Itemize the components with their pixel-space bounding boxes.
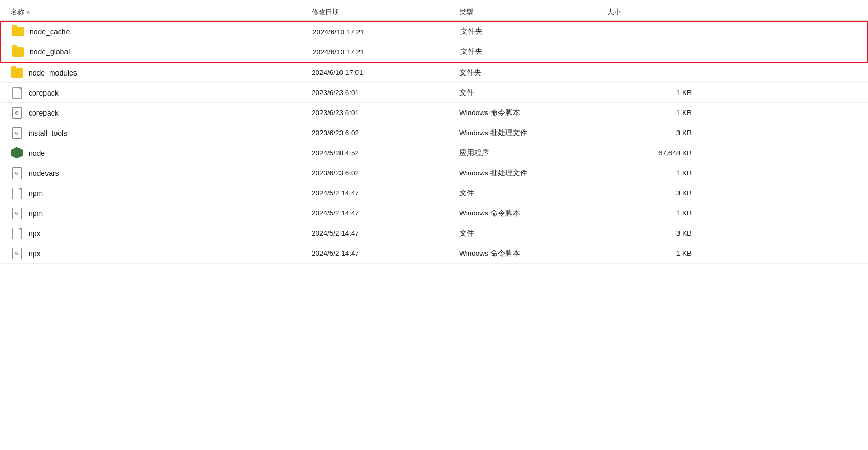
col-size: 1 KB — [607, 169, 713, 177]
name-cell: npm — [11, 187, 312, 200]
cmd-icon — [11, 127, 23, 139]
col-date: 2024/6/10 17:21 — [313, 48, 460, 56]
name-cell: nodevars — [11, 167, 312, 180]
col-type: 文件夹 — [459, 68, 607, 78]
table-row[interactable]: node_modules 2024/6/10 17:01 文件夹 — [0, 63, 868, 83]
col-size: 3 KB — [607, 229, 713, 237]
table-row[interactable]: npx 2024/5/2 14:47 文件 3 KB — [0, 223, 868, 243]
col-size: 1 KB — [607, 209, 713, 217]
name-cell: npx — [11, 247, 312, 260]
col-header-date[interactable]: 修改日期 — [312, 7, 459, 17]
table-header: 名称 ∧ 修改日期 类型 大小 — [0, 4, 868, 21]
folder-icon — [11, 67, 23, 79]
table-row[interactable]: corepack 2023/6/23 6:01 Windows 命令脚本 1 K… — [0, 103, 868, 123]
file-icon — [11, 87, 23, 99]
file-explorer: 名称 ∧ 修改日期 类型 大小 node_cache 202 — [0, 4, 868, 264]
file-name: corepack — [29, 89, 59, 97]
col-type: 文件 — [459, 88, 607, 98]
table-row[interactable]: nodevars 2023/6/23 6:02 Windows 批处理文件 1 … — [0, 163, 868, 183]
table-row[interactable]: install_tools 2023/6/23 6:02 Windows 批处理… — [0, 123, 868, 143]
cmd-icon — [11, 167, 23, 180]
file-name: node_modules — [29, 69, 77, 77]
col-size: 1 KB — [607, 89, 713, 97]
col-type: Windows 命令脚本 — [459, 209, 607, 218]
table-body: node_cache 2024/6/10 17:21 文件夹 node_glob… — [0, 21, 868, 264]
table-row[interactable]: node_cache 2024/6/10 17:21 文件夹 — [1, 22, 867, 42]
col-date: 2023/6/23 6:02 — [312, 129, 459, 137]
table-row[interactable]: npx 2024/5/2 14:47 Windows 命令脚本 1 KB — [0, 243, 868, 264]
file-name: npm — [29, 189, 43, 198]
selection-group: node_cache 2024/6/10 17:21 文件夹 node_glob… — [0, 21, 868, 63]
col-date: 2024/6/10 17:01 — [312, 69, 459, 77]
col-header-type[interactable]: 类型 — [459, 7, 607, 17]
col-size-label: 大小 — [607, 7, 621, 17]
name-cell: npm — [11, 207, 312, 220]
name-cell: npx — [11, 227, 312, 240]
col-type: 文件 — [459, 229, 607, 238]
folder-icon — [12, 25, 24, 38]
col-type: 文件夹 — [460, 47, 608, 57]
name-cell: install_tools — [11, 127, 312, 139]
file-name: corepack — [29, 109, 59, 117]
file-name: node_cache — [30, 27, 70, 36]
col-header-size[interactable]: 大小 — [607, 7, 713, 17]
col-size: 3 KB — [607, 129, 713, 137]
col-size: 1 KB — [607, 249, 713, 257]
col-date-label: 修改日期 — [312, 7, 339, 17]
file-icon — [11, 227, 23, 240]
cmd-icon — [11, 207, 23, 220]
file-icon — [11, 187, 23, 200]
file-name: npx — [29, 229, 41, 238]
table-row[interactable]: node 2024/5/28 4:52 应用程序 67,648 KB — [0, 143, 868, 163]
col-size: 1 KB — [607, 109, 713, 117]
col-date: 2024/5/2 14:47 — [312, 189, 459, 197]
col-date: 2023/6/23 6:01 — [312, 109, 459, 117]
col-size: 3 KB — [607, 189, 713, 197]
file-name: install_tools — [29, 129, 67, 137]
table-row[interactable]: npm 2024/5/2 14:47 Windows 命令脚本 1 KB — [0, 203, 868, 223]
col-header-name[interactable]: 名称 ∧ — [11, 7, 312, 17]
col-size: 67,648 KB — [607, 149, 713, 157]
col-date: 2023/6/23 6:02 — [312, 169, 459, 177]
folder-icon — [12, 45, 24, 58]
col-name-label: 名称 — [11, 7, 24, 17]
file-name: node — [29, 149, 45, 157]
col-type: 应用程序 — [459, 148, 607, 158]
col-type-label: 类型 — [459, 7, 473, 17]
name-cell: corepack — [11, 87, 312, 99]
table-row[interactable]: node_global 2024/6/10 17:21 文件夹 — [1, 42, 867, 62]
node-icon — [11, 147, 23, 160]
col-date: 2024/5/2 14:47 — [312, 249, 459, 257]
name-cell: node_modules — [11, 67, 312, 79]
col-type: Windows 批处理文件 — [459, 168, 607, 178]
name-cell: node_cache — [12, 25, 313, 38]
table-row[interactable]: corepack 2023/6/23 6:01 文件 1 KB — [0, 83, 868, 103]
col-header-extra — [713, 7, 868, 17]
cmd-icon — [11, 107, 23, 119]
file-name: npx — [29, 249, 41, 258]
col-type: 文件夹 — [460, 27, 608, 36]
name-cell: node — [11, 147, 312, 160]
col-date: 2024/5/28 4:52 — [312, 149, 459, 157]
col-date: 2023/6/23 6:01 — [312, 89, 459, 97]
col-date: 2024/5/2 14:47 — [312, 209, 459, 217]
col-type: Windows 批处理文件 — [459, 128, 607, 138]
file-name: node_global — [30, 48, 70, 56]
col-type: Windows 命令脚本 — [459, 249, 607, 258]
name-cell: node_global — [12, 45, 313, 58]
col-type: 文件 — [459, 189, 607, 198]
name-cell: corepack — [11, 107, 312, 119]
sort-arrow-name: ∧ — [26, 10, 30, 15]
file-name: npm — [29, 209, 43, 218]
cmd-icon — [11, 247, 23, 260]
col-type: Windows 命令脚本 — [459, 108, 607, 118]
table-row[interactable]: npm 2024/5/2 14:47 文件 3 KB — [0, 183, 868, 203]
file-name: nodevars — [29, 169, 59, 177]
col-date: 2024/5/2 14:47 — [312, 229, 459, 237]
col-date: 2024/6/10 17:21 — [313, 28, 460, 36]
